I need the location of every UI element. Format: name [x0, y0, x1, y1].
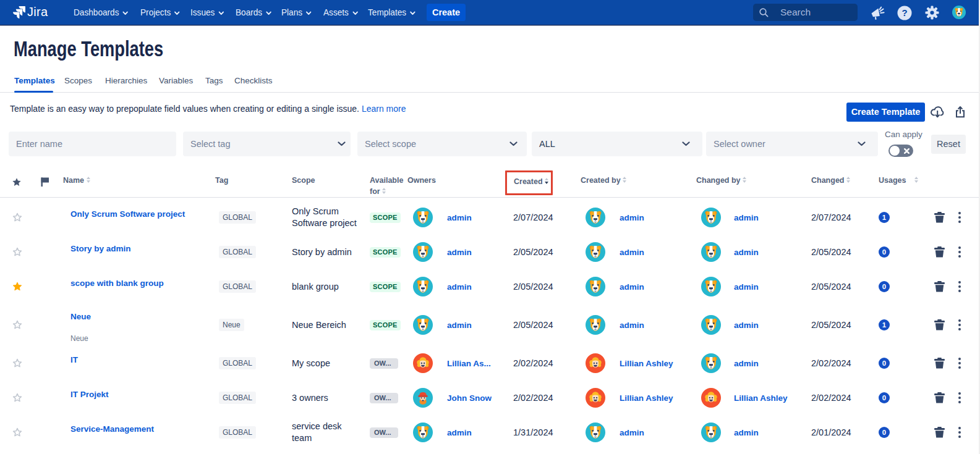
svg-text:?: ? [901, 7, 907, 18]
